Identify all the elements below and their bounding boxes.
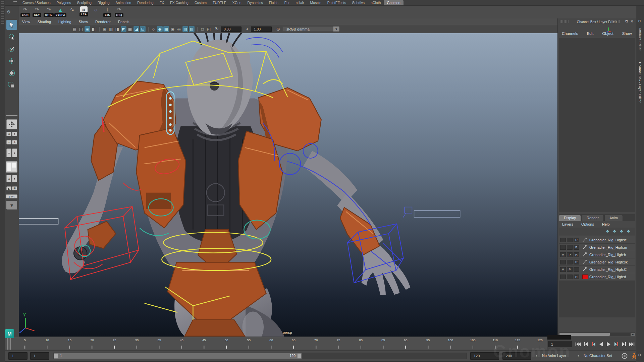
layout-four-pane-buttons[interactable]: ⊞ ●	[6, 132, 17, 138]
range-slider-track[interactable]: 1 120	[53, 353, 467, 359]
animation-start-field[interactable]: 1	[8, 352, 28, 360]
menu-fluids[interactable]: Fluids	[266, 0, 281, 5]
safe-action-icon[interactable]: ◪	[133, 26, 139, 32]
step-back-frame-button[interactable]	[582, 341, 589, 348]
move-tool-button[interactable]	[6, 56, 17, 66]
layer-playback-toggle[interactable]	[567, 275, 573, 279]
viewport-canvas[interactable]: Y persp	[19, 33, 557, 337]
go-to-start-button[interactable]	[574, 341, 581, 348]
play-backwards-button[interactable]	[597, 341, 604, 348]
layout-outliner-persp-button[interactable]: ☰ ●	[6, 148, 17, 160]
current-time-marker[interactable]	[7, 338, 11, 350]
layer-color-swatch[interactable]	[582, 275, 588, 279]
layer-tab-display[interactable]: Display	[559, 215, 581, 221]
menu-ncloth[interactable]: nCloth	[368, 0, 384, 5]
menu-gnomon[interactable]: Gnomon	[384, 0, 403, 5]
shelf-item-set-[interactable]: ⌇Set.	[102, 6, 113, 17]
layer-row[interactable]: VPRGrenadier_Rig_High:h	[559, 251, 635, 258]
range-start-handle[interactable]	[54, 353, 58, 359]
dock-grip-icon[interactable]	[1, 1, 4, 25]
field-chart-icon[interactable]: ▦	[127, 26, 133, 32]
isolate-select-icon[interactable]: ◰	[206, 26, 212, 32]
vp-menu-lighting[interactable]: Lighting	[58, 20, 71, 24]
layer-menu-help[interactable]: Help	[602, 222, 610, 226]
range-end-handle[interactable]	[297, 353, 302, 359]
layer-row[interactable]: RGrenadier_Rig_High:m	[559, 244, 635, 251]
layer-playback-toggle[interactable]	[567, 238, 573, 242]
shelf-item-skin[interactable]: ↷SKIN	[19, 6, 31, 17]
layer-display-type-toggle[interactable]	[574, 267, 579, 272]
layer-visibility-toggle[interactable]	[560, 238, 566, 242]
grid-icon[interactable]: ⊞	[102, 26, 107, 32]
menu-curves-surfaces[interactable]: Curves / Surfaces	[19, 0, 53, 5]
wireframe-icon[interactable]: ◇	[151, 26, 156, 32]
layer-wireframe-icon[interactable]	[582, 238, 588, 242]
tab-channel-box[interactable]: Channel Box / Layer Editor	[638, 62, 642, 103]
bookmark-icon[interactable]: ▣	[85, 26, 90, 32]
layer-wireframe-icon[interactable]	[582, 260, 588, 264]
layer-visibility-toggle[interactable]	[560, 245, 566, 250]
go-to-end-button[interactable]	[628, 341, 635, 348]
resolution-gate-icon[interactable]: ◨	[114, 26, 120, 32]
channel-list-area[interactable]	[559, 38, 635, 212]
layer-wireframe-icon[interactable]	[582, 252, 588, 257]
select-tool-button[interactable]	[6, 20, 17, 30]
channel-box-menu-channels[interactable]: Channels	[562, 32, 578, 36]
shelf-item-ctrl[interactable]: ↷CTRL	[43, 6, 54, 17]
paint-select-tool-button[interactable]	[6, 44, 17, 54]
step-forward-key-button[interactable]	[613, 341, 620, 348]
layer-visibility-toggle[interactable]: V	[560, 267, 566, 272]
exposure-field[interactable]: 0.00	[221, 26, 241, 32]
vp-menu-view[interactable]: View	[22, 20, 30, 24]
menu-rendering[interactable]: Rendering	[134, 0, 156, 5]
menu-rigging[interactable]: Rigging	[95, 0, 113, 5]
layer-tab-render[interactable]: Render	[582, 215, 604, 221]
layer-tab-anim[interactable]: Anim	[604, 215, 623, 221]
playback-start-field[interactable]: 1	[30, 352, 49, 360]
layer-menu-layers[interactable]: Layers	[562, 222, 573, 226]
layout-dropdown-button[interactable]: ▾	[6, 201, 17, 209]
dock-settings-icon[interactable]: ⚙	[638, 353, 641, 357]
panel-grip-icon-right[interactable]	[611, 20, 621, 23]
menu-nhair[interactable]: nHair	[292, 0, 307, 5]
layer-row[interactable]: RGrenadier_Rig_High:sk	[559, 258, 635, 265]
menu-xgen[interactable]: XGen	[229, 0, 245, 5]
play-forwards-button[interactable]	[605, 341, 612, 348]
color-management-icon[interactable]: ⊕	[276, 26, 280, 32]
layer-playback-toggle[interactable]	[567, 260, 573, 264]
layer-visibility-toggle[interactable]	[560, 275, 566, 279]
move-layer-down-icon[interactable]: ❖	[613, 229, 616, 234]
exposure-icon[interactable]: ↻	[215, 26, 219, 32]
rotate-tool-button[interactable]	[6, 68, 17, 78]
safe-title-icon[interactable]: ⊡	[140, 26, 146, 32]
step-back-key-button[interactable]	[590, 341, 597, 348]
menu-dynamics[interactable]: Dynamics	[245, 0, 266, 5]
close-icon[interactable]: ✕	[630, 19, 634, 24]
camera-attributes-icon[interactable]: ◫	[78, 26, 84, 32]
vp-menu-show[interactable]: Show	[79, 20, 88, 24]
lights-icon[interactable]: ◉	[170, 26, 175, 32]
menu-fx-caching[interactable]: FX Caching	[167, 0, 192, 5]
shelf-item-key[interactable]: ↷KEY	[31, 6, 43, 17]
layer-display-type-toggle[interactable]: R	[574, 252, 579, 257]
new-layer-from-selected-icon[interactable]: ❖	[627, 229, 630, 234]
layout-single-pane-button[interactable]	[6, 119, 17, 129]
image-plane-icon[interactable]: ◧	[91, 26, 97, 32]
channel-box-menu-edit[interactable]: Edit	[587, 32, 594, 36]
layer-visibility-toggle[interactable]	[560, 260, 566, 264]
camera-lock-icon[interactable]: ▤	[72, 26, 77, 32]
auto-keyframe-icon[interactable]	[621, 353, 628, 361]
gear-icon[interactable]: ⚙	[7, 9, 11, 14]
scale-tool-button[interactable]	[6, 80, 17, 90]
layout-graph-button[interactable]: ◧ ▦	[6, 186, 17, 193]
layer-playback-toggle[interactable]: P	[567, 252, 573, 257]
shelf-item-ik-handle-shelf-icon[interactable]: ∿	[66, 6, 78, 13]
channel-box-menu-show[interactable]: Show	[622, 32, 632, 36]
layer-playback-toggle[interactable]: P	[567, 267, 573, 272]
vp-menu-panels[interactable]: Panels	[118, 20, 129, 24]
layer-row[interactable]: VPGrenadier_Rig_High:C	[559, 266, 635, 273]
layer-wireframe-icon[interactable]	[582, 245, 588, 250]
popout-icon[interactable]: ⧉	[625, 19, 628, 23]
menu-sculpting[interactable]: Sculpting	[74, 0, 95, 5]
dock-collapse-icon[interactable]: ↺	[638, 19, 641, 23]
